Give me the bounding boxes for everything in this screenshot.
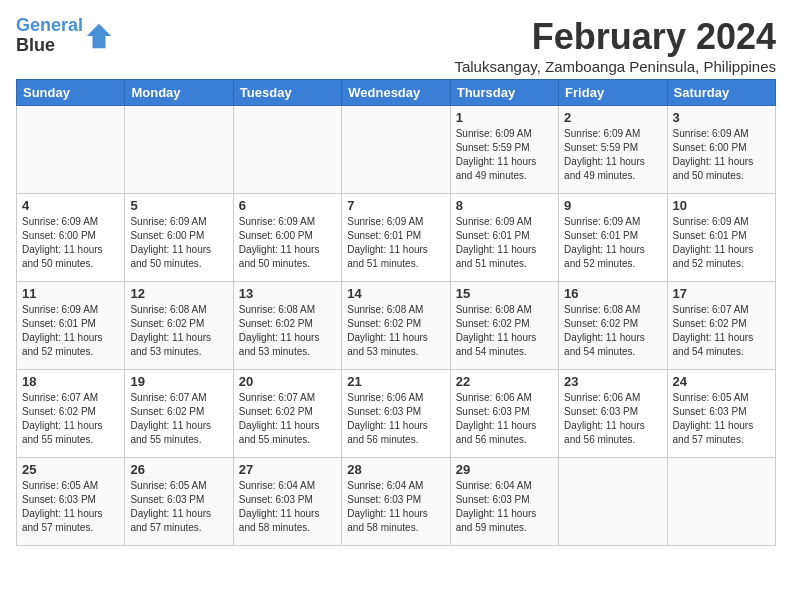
calendar-cell: [559, 458, 667, 546]
calendar-week-4: 18Sunrise: 6:07 AM Sunset: 6:02 PM Dayli…: [17, 370, 776, 458]
calendar-cell: 1Sunrise: 6:09 AM Sunset: 5:59 PM Daylig…: [450, 106, 558, 194]
day-header-wednesday: Wednesday: [342, 80, 450, 106]
day-number: 15: [456, 286, 553, 301]
day-info: Sunrise: 6:08 AM Sunset: 6:02 PM Dayligh…: [239, 303, 336, 359]
calendar-cell: 23Sunrise: 6:06 AM Sunset: 6:03 PM Dayli…: [559, 370, 667, 458]
day-number: 5: [130, 198, 227, 213]
calendar-cell: 5Sunrise: 6:09 AM Sunset: 6:00 PM Daylig…: [125, 194, 233, 282]
day-number: 25: [22, 462, 119, 477]
calendar-cell: 24Sunrise: 6:05 AM Sunset: 6:03 PM Dayli…: [667, 370, 775, 458]
calendar-cell: 11Sunrise: 6:09 AM Sunset: 6:01 PM Dayli…: [17, 282, 125, 370]
day-info: Sunrise: 6:09 AM Sunset: 6:01 PM Dayligh…: [456, 215, 553, 271]
calendar-cell: 10Sunrise: 6:09 AM Sunset: 6:01 PM Dayli…: [667, 194, 775, 282]
day-number: 26: [130, 462, 227, 477]
day-info: Sunrise: 6:09 AM Sunset: 6:00 PM Dayligh…: [239, 215, 336, 271]
day-info: Sunrise: 6:05 AM Sunset: 6:03 PM Dayligh…: [22, 479, 119, 535]
calendar-cell: 6Sunrise: 6:09 AM Sunset: 6:00 PM Daylig…: [233, 194, 341, 282]
day-info: Sunrise: 6:06 AM Sunset: 6:03 PM Dayligh…: [456, 391, 553, 447]
day-info: Sunrise: 6:06 AM Sunset: 6:03 PM Dayligh…: [564, 391, 661, 447]
calendar-cell: 7Sunrise: 6:09 AM Sunset: 6:01 PM Daylig…: [342, 194, 450, 282]
calendar-cell: 25Sunrise: 6:05 AM Sunset: 6:03 PM Dayli…: [17, 458, 125, 546]
calendar-cell: 9Sunrise: 6:09 AM Sunset: 6:01 PM Daylig…: [559, 194, 667, 282]
calendar-cell: 29Sunrise: 6:04 AM Sunset: 6:03 PM Dayli…: [450, 458, 558, 546]
calendar-cell: [125, 106, 233, 194]
day-number: 11: [22, 286, 119, 301]
day-info: Sunrise: 6:09 AM Sunset: 6:00 PM Dayligh…: [673, 127, 770, 183]
day-info: Sunrise: 6:08 AM Sunset: 6:02 PM Dayligh…: [456, 303, 553, 359]
calendar-cell: 20Sunrise: 6:07 AM Sunset: 6:02 PM Dayli…: [233, 370, 341, 458]
calendar-table: SundayMondayTuesdayWednesdayThursdayFrid…: [16, 79, 776, 546]
day-info: Sunrise: 6:08 AM Sunset: 6:02 PM Dayligh…: [347, 303, 444, 359]
day-header-monday: Monday: [125, 80, 233, 106]
day-number: 18: [22, 374, 119, 389]
calendar-cell: 13Sunrise: 6:08 AM Sunset: 6:02 PM Dayli…: [233, 282, 341, 370]
day-info: Sunrise: 6:08 AM Sunset: 6:02 PM Dayligh…: [130, 303, 227, 359]
day-info: Sunrise: 6:09 AM Sunset: 6:01 PM Dayligh…: [347, 215, 444, 271]
calendar-cell: 26Sunrise: 6:05 AM Sunset: 6:03 PM Dayli…: [125, 458, 233, 546]
day-number: 16: [564, 286, 661, 301]
day-number: 20: [239, 374, 336, 389]
day-number: 28: [347, 462, 444, 477]
day-info: Sunrise: 6:04 AM Sunset: 6:03 PM Dayligh…: [347, 479, 444, 535]
calendar-week-5: 25Sunrise: 6:05 AM Sunset: 6:03 PM Dayli…: [17, 458, 776, 546]
logo-text: General Blue: [16, 16, 83, 56]
day-info: Sunrise: 6:09 AM Sunset: 5:59 PM Dayligh…: [456, 127, 553, 183]
day-info: Sunrise: 6:07 AM Sunset: 6:02 PM Dayligh…: [22, 391, 119, 447]
day-info: Sunrise: 6:09 AM Sunset: 6:00 PM Dayligh…: [130, 215, 227, 271]
day-number: 1: [456, 110, 553, 125]
calendar-cell: [342, 106, 450, 194]
day-number: 8: [456, 198, 553, 213]
day-number: 7: [347, 198, 444, 213]
day-header-friday: Friday: [559, 80, 667, 106]
logo-icon: [85, 22, 113, 50]
day-number: 22: [456, 374, 553, 389]
calendar-subtitle: Taluksangay, Zamboanga Peninsula, Philip…: [454, 58, 776, 75]
calendar-cell: 8Sunrise: 6:09 AM Sunset: 6:01 PM Daylig…: [450, 194, 558, 282]
day-number: 27: [239, 462, 336, 477]
day-info: Sunrise: 6:09 AM Sunset: 5:59 PM Dayligh…: [564, 127, 661, 183]
day-info: Sunrise: 6:07 AM Sunset: 6:02 PM Dayligh…: [239, 391, 336, 447]
calendar-cell: 14Sunrise: 6:08 AM Sunset: 6:02 PM Dayli…: [342, 282, 450, 370]
day-header-saturday: Saturday: [667, 80, 775, 106]
calendar-cell: 3Sunrise: 6:09 AM Sunset: 6:00 PM Daylig…: [667, 106, 775, 194]
day-number: 14: [347, 286, 444, 301]
calendar-cell: [667, 458, 775, 546]
day-info: Sunrise: 6:05 AM Sunset: 6:03 PM Dayligh…: [673, 391, 770, 447]
calendar-cell: [17, 106, 125, 194]
calendar-cell: [233, 106, 341, 194]
day-number: 17: [673, 286, 770, 301]
calendar-week-1: 1Sunrise: 6:09 AM Sunset: 5:59 PM Daylig…: [17, 106, 776, 194]
day-info: Sunrise: 6:05 AM Sunset: 6:03 PM Dayligh…: [130, 479, 227, 535]
day-number: 3: [673, 110, 770, 125]
calendar-cell: 15Sunrise: 6:08 AM Sunset: 6:02 PM Dayli…: [450, 282, 558, 370]
svg-marker-0: [87, 24, 111, 48]
calendar-week-2: 4Sunrise: 6:09 AM Sunset: 6:00 PM Daylig…: [17, 194, 776, 282]
calendar-cell: 16Sunrise: 6:08 AM Sunset: 6:02 PM Dayli…: [559, 282, 667, 370]
day-info: Sunrise: 6:09 AM Sunset: 6:00 PM Dayligh…: [22, 215, 119, 271]
day-number: 19: [130, 374, 227, 389]
calendar-week-3: 11Sunrise: 6:09 AM Sunset: 6:01 PM Dayli…: [17, 282, 776, 370]
page-header: General Blue February 2024 Taluksangay, …: [16, 16, 776, 75]
day-header-row: SundayMondayTuesdayWednesdayThursdayFrid…: [17, 80, 776, 106]
calendar-cell: 28Sunrise: 6:04 AM Sunset: 6:03 PM Dayli…: [342, 458, 450, 546]
day-info: Sunrise: 6:08 AM Sunset: 6:02 PM Dayligh…: [564, 303, 661, 359]
day-number: 4: [22, 198, 119, 213]
calendar-header: SundayMondayTuesdayWednesdayThursdayFrid…: [17, 80, 776, 106]
calendar-cell: 19Sunrise: 6:07 AM Sunset: 6:02 PM Dayli…: [125, 370, 233, 458]
day-info: Sunrise: 6:09 AM Sunset: 6:01 PM Dayligh…: [564, 215, 661, 271]
calendar-cell: 27Sunrise: 6:04 AM Sunset: 6:03 PM Dayli…: [233, 458, 341, 546]
title-area: February 2024 Taluksangay, Zamboanga Pen…: [454, 16, 776, 75]
day-number: 12: [130, 286, 227, 301]
day-number: 10: [673, 198, 770, 213]
calendar-cell: 22Sunrise: 6:06 AM Sunset: 6:03 PM Dayli…: [450, 370, 558, 458]
day-number: 2: [564, 110, 661, 125]
calendar-title: February 2024: [454, 16, 776, 58]
day-number: 6: [239, 198, 336, 213]
day-info: Sunrise: 6:04 AM Sunset: 6:03 PM Dayligh…: [456, 479, 553, 535]
day-header-sunday: Sunday: [17, 80, 125, 106]
day-number: 21: [347, 374, 444, 389]
calendar-cell: 2Sunrise: 6:09 AM Sunset: 5:59 PM Daylig…: [559, 106, 667, 194]
day-info: Sunrise: 6:07 AM Sunset: 6:02 PM Dayligh…: [130, 391, 227, 447]
calendar-cell: 12Sunrise: 6:08 AM Sunset: 6:02 PM Dayli…: [125, 282, 233, 370]
calendar-body: 1Sunrise: 6:09 AM Sunset: 5:59 PM Daylig…: [17, 106, 776, 546]
